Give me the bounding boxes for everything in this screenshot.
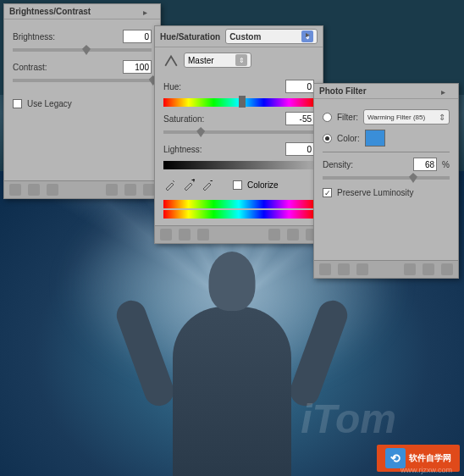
preserve-label: Preserve Luminosity xyxy=(337,188,414,197)
reset-icon[interactable] xyxy=(423,263,434,275)
reset-icon[interactable] xyxy=(124,184,136,196)
flyout-menu-icon[interactable] xyxy=(441,87,453,96)
spectrum-bottom xyxy=(163,210,314,219)
contrast-input[interactable] xyxy=(123,60,152,74)
color-radio[interactable] xyxy=(323,134,332,143)
photo-filter-panel: Photo Filter Filter: Warming Filter (85)… xyxy=(313,83,459,279)
colorize-label: Colorize xyxy=(247,180,279,190)
watermark-text: 软件自学网 xyxy=(409,452,451,464)
legacy-label: Use Legacy xyxy=(27,99,72,108)
density-slider[interactable] xyxy=(323,176,450,180)
pf-title[interactable]: Photo Filter xyxy=(314,84,458,99)
trash-icon[interactable] xyxy=(441,263,453,275)
filter-value: Warming Filter (85) xyxy=(367,113,425,121)
hue-slider[interactable] xyxy=(163,98,314,107)
legacy-checkbox[interactable] xyxy=(13,99,22,108)
lightness-slider[interactable] xyxy=(163,161,314,169)
saturation-label: Saturation: xyxy=(163,114,280,124)
brightness-input[interactable] xyxy=(123,30,152,43)
flyout-menu-icon[interactable] xyxy=(306,30,318,38)
adjustment-icon[interactable] xyxy=(319,263,331,275)
contrast-slider[interactable] xyxy=(13,79,152,82)
eyedropper-add-icon[interactable]: + xyxy=(182,178,196,191)
svg-text:-: - xyxy=(210,179,213,185)
bc-footer xyxy=(4,180,160,198)
visibility-icon[interactable] xyxy=(28,184,40,196)
adjustment-icon[interactable] xyxy=(160,229,172,241)
brightness-contrast-panel: Brightness/Contrast Brightness: Contrast… xyxy=(3,3,161,199)
visibility-icon[interactable] xyxy=(338,263,350,275)
lightness-label: Lightness: xyxy=(163,145,280,154)
clip-icon[interactable] xyxy=(106,184,118,196)
lightness-input[interactable] xyxy=(285,142,314,156)
color-label: Color: xyxy=(337,134,360,143)
filter-radio[interactable] xyxy=(323,113,332,122)
filter-label: Filter: xyxy=(337,113,358,122)
colorize-checkbox[interactable] xyxy=(233,180,242,190)
brightness-label: Brightness: xyxy=(13,32,118,42)
eyedropper-subtract-icon[interactable]: - xyxy=(201,178,214,191)
hue-saturation-panel: Hue/Saturation Custom ⇕ Master ⇕ Hue: Sa… xyxy=(154,25,323,244)
hue-label: Hue: xyxy=(163,82,280,91)
clip-icon[interactable] xyxy=(404,263,416,275)
preserve-checkbox[interactable] xyxy=(323,188,332,197)
pf-footer xyxy=(314,260,458,278)
contrast-label: Contrast: xyxy=(13,63,118,72)
eyedropper-icon[interactable] xyxy=(163,178,177,191)
hue-input[interactable] xyxy=(285,80,314,93)
hs-footer xyxy=(155,225,323,243)
trash-icon[interactable] xyxy=(143,184,155,196)
targeted-adjust-icon[interactable] xyxy=(163,53,179,68)
watermark-url: www.rjzxw.com xyxy=(400,466,452,474)
preset-dropdown[interactable]: Custom ⇕ xyxy=(225,29,318,44)
saturation-input[interactable] xyxy=(285,112,314,125)
watermark-logo: iTom xyxy=(301,396,396,442)
view-prev-icon[interactable] xyxy=(356,263,368,275)
spectrum-top xyxy=(163,200,314,208)
channel-dropdown[interactable]: Master ⇕ xyxy=(184,53,251,68)
clip-icon[interactable] xyxy=(268,229,280,241)
channel-value: Master xyxy=(188,56,214,65)
visibility-icon[interactable] xyxy=(179,229,191,241)
filter-dropdown[interactable]: Warming Filter (85) ⇕ xyxy=(363,109,450,125)
brightness-slider[interactable] xyxy=(13,48,152,52)
adjustment-icon[interactable] xyxy=(9,184,21,196)
flyout-menu-icon[interactable] xyxy=(143,8,155,16)
hs-title[interactable]: Hue/Saturation xyxy=(160,32,220,42)
view-prev-icon[interactable] xyxy=(47,184,58,196)
bc-title[interactable]: Brightness/Contrast xyxy=(4,4,160,19)
dropdown-arrows-icon: ⇕ xyxy=(439,113,445,122)
density-unit: % xyxy=(442,160,450,169)
dropdown-arrows-icon: ⇕ xyxy=(235,54,247,66)
view-prev-icon[interactable] xyxy=(197,229,209,241)
saturation-slider[interactable] xyxy=(163,130,314,134)
reset-icon[interactable] xyxy=(287,229,299,241)
color-swatch[interactable] xyxy=(365,130,385,147)
density-label: Density: xyxy=(323,160,408,169)
preset-value: Custom xyxy=(229,32,261,42)
density-input[interactable] xyxy=(413,158,437,171)
svg-text:+: + xyxy=(191,179,195,185)
